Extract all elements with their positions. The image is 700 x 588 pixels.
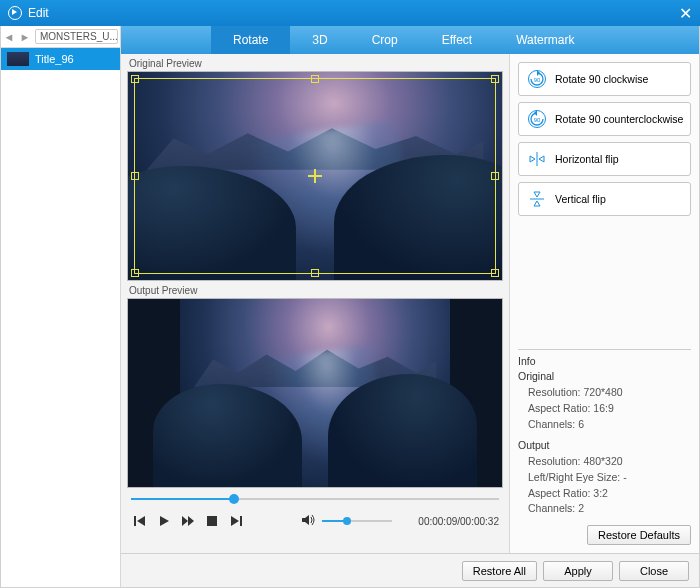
sidebar-header: ◄ ► MONSTERS_U... (1, 26, 120, 48)
sidebar-item-title[interactable]: Title_96 (1, 48, 120, 70)
original-preview[interactable] (127, 71, 503, 281)
title-thumbnail (7, 52, 29, 66)
rotate-ccw-button[interactable]: 90 Rotate 90 counterclockwise (518, 102, 691, 136)
rotate-cw-icon: 90 (525, 67, 549, 91)
svg-text:90: 90 (534, 117, 541, 123)
svg-marker-20 (534, 201, 540, 206)
output-preview-label: Output Preview (129, 285, 503, 296)
speaker-icon[interactable] (302, 512, 316, 530)
sidebar: ◄ ► MONSTERS_U... Title_96 (1, 26, 121, 587)
skip-forward-button[interactable] (227, 513, 245, 529)
svg-text:90: 90 (534, 77, 541, 83)
window-title: Edit (28, 6, 49, 20)
tab-crop[interactable]: Crop (350, 26, 420, 54)
flip-vertical-icon (525, 187, 549, 211)
titlebar: Edit ✕ (0, 0, 700, 26)
info-output-aspect: Aspect Ratio: 3:2 (518, 486, 691, 502)
apply-button[interactable]: Apply (543, 561, 613, 581)
info-original-aspect: Aspect Ratio: 16:9 (518, 401, 691, 417)
crop-handle[interactable] (491, 269, 499, 277)
app-icon (8, 6, 22, 20)
seek-slider[interactable] (131, 494, 499, 504)
restore-all-button[interactable]: Restore All (462, 561, 537, 581)
close-icon[interactable]: ✕ (679, 4, 692, 23)
option-label: Vertical flip (555, 193, 606, 205)
rotate-cw-button[interactable]: 90 Rotate 90 clockwise (518, 62, 691, 96)
tab-rotate[interactable]: Rotate (211, 26, 290, 54)
restore-defaults-button[interactable]: Restore Defaults (587, 525, 691, 545)
close-button[interactable]: Close (619, 561, 689, 581)
crop-handle[interactable] (311, 75, 319, 83)
stop-button[interactable] (203, 513, 221, 529)
fast-forward-button[interactable] (179, 513, 197, 529)
svg-marker-8 (302, 515, 309, 525)
time-display: 00:00:09/00:00:32 (418, 516, 499, 527)
info-output-channels: Channels: 2 (518, 501, 691, 517)
svg-marker-2 (160, 516, 169, 526)
crop-frame[interactable] (134, 78, 496, 274)
source-title[interactable]: MONSTERS_U... (35, 29, 118, 44)
svg-rect-0 (134, 516, 136, 526)
volume-slider[interactable] (322, 520, 392, 522)
volume-control[interactable] (302, 512, 392, 530)
right-panel: 90 Rotate 90 clockwise 90 Rotate 90 coun… (509, 54, 699, 553)
crop-handle[interactable] (491, 172, 499, 180)
option-label: Rotate 90 counterclockwise (555, 113, 683, 125)
svg-marker-16 (530, 156, 535, 162)
svg-rect-5 (207, 516, 217, 526)
crop-handle[interactable] (131, 75, 139, 83)
info-original-resolution: Resolution: 720*480 (518, 385, 691, 401)
nav-next-icon[interactable]: ► (17, 31, 33, 43)
crop-handle[interactable] (131, 269, 139, 277)
svg-marker-4 (188, 516, 194, 526)
nav-prev-icon[interactable]: ◄ (1, 31, 17, 43)
sidebar-item-label: Title_96 (35, 53, 74, 65)
rotate-ccw-icon: 90 (525, 107, 549, 131)
info-output-eyesize: Left/Right Eye Size: - (518, 470, 691, 486)
crop-handle[interactable] (311, 269, 319, 277)
flip-horizontal-icon (525, 147, 549, 171)
option-label: Horizontal flip (555, 153, 619, 165)
output-preview (127, 298, 503, 488)
flip-horizontal-button[interactable]: Horizontal flip (518, 142, 691, 176)
crop-center-icon[interactable] (308, 169, 322, 183)
svg-marker-19 (534, 192, 540, 197)
info-output-resolution: Resolution: 480*320 (518, 454, 691, 470)
skip-back-button[interactable] (131, 513, 149, 529)
option-label: Rotate 90 clockwise (555, 73, 648, 85)
playback-controls: 00:00:09/00:00:32 (127, 508, 503, 538)
tab-effect[interactable]: Effect (420, 26, 494, 54)
svg-marker-17 (539, 156, 544, 162)
info-panel: Info Original Resolution: 720*480 Aspect… (518, 349, 691, 518)
play-button[interactable] (155, 513, 173, 529)
info-original-heading: Original (518, 369, 691, 385)
svg-marker-1 (137, 516, 145, 526)
footer: Restore All Apply Close (121, 553, 699, 587)
original-preview-label: Original Preview (129, 58, 503, 69)
flip-vertical-button[interactable]: Vertical flip (518, 182, 691, 216)
svg-marker-6 (231, 516, 239, 526)
crop-handle[interactable] (131, 172, 139, 180)
tab-3d[interactable]: 3D (290, 26, 349, 54)
crop-handle[interactable] (491, 75, 499, 83)
svg-rect-7 (240, 516, 242, 526)
tab-watermark[interactable]: Watermark (494, 26, 596, 54)
svg-marker-3 (182, 516, 188, 526)
info-heading: Info (518, 354, 691, 370)
tabs: Rotate 3D Crop Effect Watermark (121, 26, 699, 54)
info-output-heading: Output (518, 438, 691, 454)
info-original-channels: Channels: 6 (518, 417, 691, 433)
